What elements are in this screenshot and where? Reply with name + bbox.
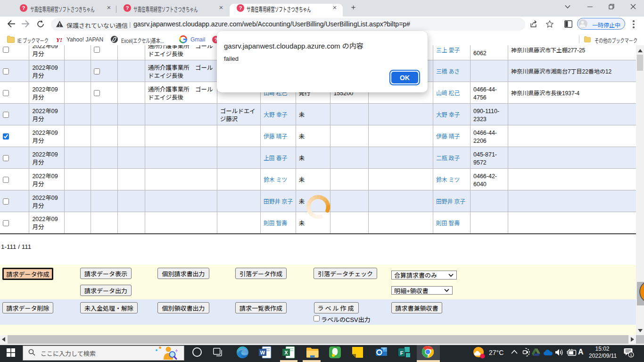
svg-text:X: X	[284, 350, 288, 355]
svg-text:1: 1	[630, 353, 632, 357]
svg-text:W: W	[260, 350, 265, 355]
svg-text:F: F	[400, 350, 404, 356]
